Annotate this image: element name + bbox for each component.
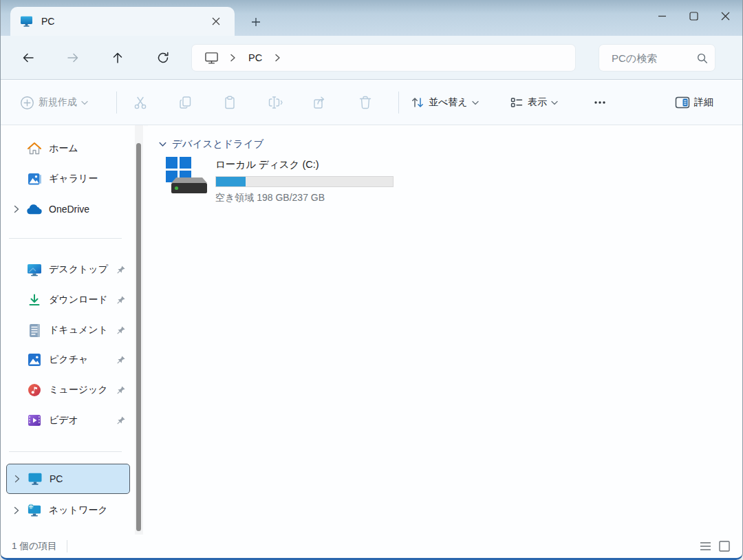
sidebar-item-desktop[interactable]: デスクトップ <box>6 256 130 283</box>
home-icon <box>27 141 42 156</box>
explorer-window: PC <box>0 0 743 560</box>
pc-monitor-icon <box>20 16 33 28</box>
download-icon <box>27 292 42 308</box>
back-button[interactable] <box>16 45 41 70</box>
sidebar-scrollbar-thumb[interactable] <box>136 143 141 531</box>
drive-free-space: 空き領域 198 GB/237 GB <box>215 192 419 204</box>
new-button[interactable]: 新規作成 <box>14 89 94 116</box>
delete-button[interactable] <box>351 89 380 116</box>
trash-icon <box>358 95 373 110</box>
sidebar-item-network[interactable]: ネットワーク <box>6 497 130 524</box>
sidebar-item-downloads[interactable]: ダウンロード <box>6 286 130 314</box>
sort-icon <box>411 96 424 109</box>
new-tab-button[interactable] <box>246 12 266 32</box>
window-controls <box>646 0 741 32</box>
tab-pc[interactable]: PC <box>10 7 235 36</box>
sidebar-item-documents[interactable]: ドキュメント <box>6 316 130 344</box>
search-box[interactable] <box>599 45 715 71</box>
video-icon <box>27 413 42 428</box>
sidebar-item-videos[interactable]: ビデオ <box>6 407 130 434</box>
refresh-button[interactable] <box>151 45 175 70</box>
pin-icon <box>116 265 126 275</box>
view-button[interactable]: 表示 <box>504 89 563 116</box>
drive-item-local-disk-c[interactable]: ローカル ディスク (C:) 空き領域 198 GB/237 GB <box>164 155 419 201</box>
tab-close-icon[interactable] <box>207 12 225 30</box>
copy-button[interactable] <box>171 89 200 116</box>
drive-name: ローカル ディスク (C:) <box>215 158 419 171</box>
ellipsis-icon <box>593 96 607 109</box>
toolbar-divider <box>116 91 117 114</box>
status-bar: 1 個の項目 <box>1 535 742 558</box>
group-header-devices-and-drives[interactable]: デバイスとドライブ <box>159 138 264 151</box>
chevron-right-icon[interactable] <box>7 475 28 483</box>
pictures-icon <box>27 352 42 367</box>
network-icon <box>27 503 42 518</box>
maximize-button[interactable] <box>678 0 709 32</box>
chevron-down-icon <box>81 100 88 105</box>
more-options-button[interactable] <box>585 89 614 116</box>
details-pane-icon <box>675 96 690 109</box>
paste-button[interactable] <box>215 89 244 116</box>
navigation-bar: PC <box>1 36 742 80</box>
address-bar[interactable]: PC <box>192 45 575 71</box>
view-button-label: 表示 <box>528 96 547 109</box>
pin-icon <box>116 385 126 396</box>
gallery-icon <box>27 171 42 186</box>
status-divider <box>67 540 67 552</box>
forward-button[interactable] <box>61 45 85 70</box>
paste-icon <box>222 95 237 110</box>
close-button[interactable] <box>709 0 741 32</box>
chevron-down-icon <box>551 100 558 105</box>
cut-button[interactable] <box>126 89 155 116</box>
sidebar-divider <box>9 451 122 452</box>
onedrive-icon <box>27 202 42 217</box>
windows-drive-icon <box>164 155 208 195</box>
sidebar-item-pictures[interactable]: ピクチャ <box>6 346 130 374</box>
sidebar-item-gallery[interactable]: ギャラリー <box>6 165 130 193</box>
view-icon <box>510 96 524 109</box>
search-icon[interactable] <box>696 52 708 64</box>
sidebar-item-home[interactable]: ホーム <box>6 135 130 162</box>
large-thumbnails-view-toggle-icon[interactable] <box>715 538 734 554</box>
scissors-icon <box>133 95 148 110</box>
sort-button[interactable]: 並べ替え <box>405 89 484 116</box>
search-input[interactable] <box>610 52 696 65</box>
minimize-button[interactable] <box>646 0 678 32</box>
share-button[interactable] <box>305 89 334 116</box>
chevron-right-icon[interactable] <box>6 205 27 213</box>
details-pane-label: 詳細 <box>694 96 713 109</box>
pc-monitor-icon <box>28 471 43 486</box>
title-bar: PC <box>1 0 742 36</box>
pin-icon <box>116 325 126 336</box>
breadcrumb-chevron-icon[interactable] <box>230 54 236 62</box>
details-pane-button[interactable]: 詳細 <box>669 89 723 116</box>
document-icon <box>27 323 42 338</box>
sidebar-scrollbar[interactable] <box>135 125 143 535</box>
breadcrumb-chevron-icon[interactable] <box>274 54 281 62</box>
details-view-toggle-icon[interactable] <box>696 538 715 554</box>
sidebar-item-onedrive[interactable]: OneDrive <box>6 195 130 223</box>
capacity-bar-fill <box>216 177 246 186</box>
chevron-down-icon <box>472 100 479 105</box>
tab-label: PC <box>41 16 207 27</box>
pin-icon <box>116 355 126 365</box>
up-button[interactable] <box>105 45 130 70</box>
file-list-area: デバイスとドライブ ローカル ディスク (C:) 空き領 <box>148 125 742 535</box>
rename-icon <box>268 95 283 110</box>
copy-icon <box>177 95 193 110</box>
breadcrumb-pc-icon[interactable] <box>204 51 219 65</box>
capacity-bar <box>215 176 394 187</box>
sidebar-divider <box>9 238 122 239</box>
navigation-pane: ホーム ギャラリー OneDriv <box>1 125 144 535</box>
command-toolbar: 新規作成 <box>1 80 742 125</box>
sidebar-item-pc[interactable]: PC <box>6 464 130 494</box>
rename-button[interactable] <box>261 89 290 116</box>
breadcrumb-item-pc[interactable]: PC <box>243 50 268 65</box>
plus-circle-icon <box>20 96 34 110</box>
share-icon <box>312 95 327 110</box>
toolbar-divider <box>398 91 399 114</box>
chevron-right-icon[interactable] <box>6 506 27 515</box>
chevron-down-icon <box>159 142 166 147</box>
item-count: 1 個の項目 <box>12 540 57 552</box>
sidebar-item-music[interactable]: ミュージック <box>6 376 130 404</box>
